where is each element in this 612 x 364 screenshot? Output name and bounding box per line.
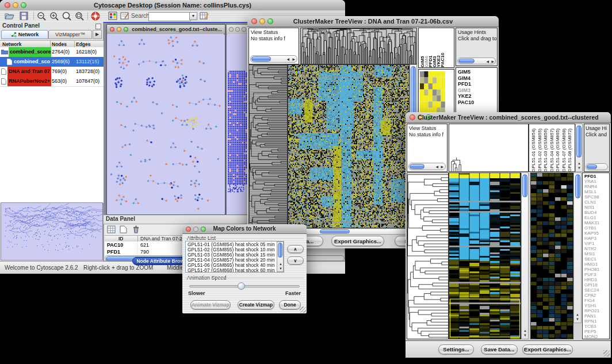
network-canvas-2[interactable] xyxy=(227,34,248,213)
list-item[interactable]: YKE2 xyxy=(456,93,496,99)
list-item[interactable]: ELG1 xyxy=(583,215,609,220)
treeview2-titlebar[interactable]: ClusterMaker TreeView : combined_scores_… xyxy=(406,112,611,123)
scroll-left-icon[interactable]: ◀ xyxy=(435,165,438,168)
settings-button[interactable]: Settings... xyxy=(438,344,474,354)
list-item[interactable]: PFD1 xyxy=(456,81,496,87)
scrollbar-thumb[interactable] xyxy=(576,125,582,158)
list-item[interactable]: NIS1 xyxy=(583,205,609,210)
scrollbar-thumb[interactable] xyxy=(251,56,271,62)
new-attribute-button[interactable] xyxy=(120,225,127,236)
attribute-browser-button[interactable] xyxy=(200,12,209,23)
list-item[interactable]: HAP3 xyxy=(583,236,609,241)
list-item[interactable]: GPI16 xyxy=(583,282,609,288)
annotation-button[interactable] xyxy=(120,12,129,22)
treeview1-row-dendrogram[interactable] xyxy=(248,64,288,228)
list-item[interactable]: BUD4 xyxy=(583,210,609,215)
list-item[interactable]: GPL51-03 (GSM856) heat shock 15 min xyxy=(186,252,276,258)
scrollbar-thumb[interactable] xyxy=(410,164,424,169)
attribute-list-vscrollbar[interactable]: ▲ ▼ xyxy=(277,242,284,272)
scroll-up-icon[interactable]: ▲ xyxy=(523,329,527,332)
scroll-left-icon[interactable]: ◀ xyxy=(286,58,289,61)
network-view-titlebar[interactable]: combined_scores_good.txt--cluste... xyxy=(107,25,225,35)
list-item[interactable]: CLN1 xyxy=(583,200,609,205)
treeview1-heatmap[interactable] xyxy=(288,64,410,228)
list-item[interactable]: SEC1 xyxy=(583,256,609,262)
minimize-icon[interactable] xyxy=(235,27,240,32)
table-row[interactable]: combined_sco 2569(6) 13112(15) xyxy=(0,57,104,67)
animate-vizmap-button[interactable]: Animate Vizmap xyxy=(190,300,231,309)
list-item[interactable]: RNR4 xyxy=(583,184,609,189)
list-item[interactable]: RPO21 xyxy=(583,308,609,313)
export-graphics-button[interactable]: Export Graphics... xyxy=(522,344,573,354)
close-icon[interactable] xyxy=(110,27,114,32)
search-input[interactable] xyxy=(148,12,191,21)
treeview2-column-dendrogram[interactable] xyxy=(449,124,529,172)
slider-thumb[interactable] xyxy=(238,282,245,290)
help-button[interactable] xyxy=(91,12,100,23)
list-item[interactable]: GPL51-04 (GSM857) heat shock 20 min xyxy=(186,258,276,263)
list-item[interactable]: GPL51-01 (GSM854) heat shock 05 min xyxy=(186,242,276,247)
treeview2-row-dendrogram[interactable] xyxy=(407,173,449,339)
usage-hints-hscrollbar[interactable] xyxy=(586,163,608,170)
move-up-button[interactable]: ∧ xyxy=(287,245,304,253)
treeview2-labels-vscrollbar[interactable]: ▲ ▼ xyxy=(575,124,583,172)
tab-overflow-button[interactable]: ▶ xyxy=(93,30,102,39)
create-vizmap-button[interactable]: Create Vizmap xyxy=(238,300,274,309)
list-item[interactable]: GTB1 xyxy=(583,225,609,231)
main-titlebar[interactable]: Cytoscape Desktop (Session Name: collins… xyxy=(0,0,345,11)
zoom-icon[interactable] xyxy=(124,27,128,32)
select-attributes-button[interactable] xyxy=(107,225,116,236)
scroll-up-icon[interactable]: ▲ xyxy=(279,262,282,266)
treeview1-titlebar[interactable]: ClusterMaker TreeView : DNA and Tran 07-… xyxy=(247,16,499,27)
list-item[interactable]: GPL51-06 (GSM865) heat shock 40 min xyxy=(186,263,276,268)
list-item[interactable]: PAN1 xyxy=(583,313,609,319)
dialog-titlebar[interactable]: Map Colors to Network xyxy=(182,224,307,234)
minimize-icon[interactable] xyxy=(117,27,121,32)
treeview2-global-heatmap[interactable] xyxy=(530,173,573,339)
scroll-down-icon[interactable]: ▼ xyxy=(577,166,581,170)
scroll-down-icon[interactable]: ▼ xyxy=(576,317,579,321)
mini-heatmap-canvas[interactable] xyxy=(420,71,445,114)
list-item[interactable]: GPL51-02 (GSM855) heat shock 10 min xyxy=(186,247,276,252)
zoom-icon[interactable] xyxy=(242,27,246,32)
scroll-up-icon[interactable]: ▲ xyxy=(577,162,581,165)
scroll-right-icon[interactable]: ▶ xyxy=(292,58,295,61)
vizmapper-palette-button[interactable] xyxy=(108,12,117,22)
delete-attribute-button[interactable] xyxy=(132,225,140,236)
treeview2-genelist-vscrollbar[interactable]: ▲ ▼ xyxy=(573,173,582,323)
scroll-down-icon[interactable]: ▼ xyxy=(279,267,282,270)
list-item[interactable]: YRA1 xyxy=(583,179,609,184)
network-overview-panel[interactable] xyxy=(1,202,103,260)
list-item[interactable]: PAC10 xyxy=(456,99,496,106)
scroll-right-icon[interactable]: ▶ xyxy=(441,165,443,168)
search-dropdown-button[interactable]: ▼ xyxy=(189,12,197,20)
list-item[interactable]: KAP95 xyxy=(583,231,609,236)
list-item[interactable]: SPC98 xyxy=(583,194,609,200)
list-item[interactable]: HRD3 xyxy=(583,277,609,282)
done-button[interactable]: Done xyxy=(279,300,301,309)
list-item[interactable]: RPN1 xyxy=(583,319,609,324)
list-item[interactable]: GIM3 xyxy=(456,87,496,94)
scrollbar-thumb[interactable] xyxy=(278,243,282,258)
list-item[interactable]: GIM4 xyxy=(456,75,496,82)
list-item[interactable]: PFD1 xyxy=(583,174,609,179)
treeview1-column-dendrogram[interactable] xyxy=(300,28,417,64)
list-item[interactable]: MSL1 xyxy=(583,189,609,194)
scroll-right-icon[interactable]: ▶ xyxy=(491,60,494,63)
network-overview-canvas[interactable] xyxy=(1,203,102,260)
float-panel-icon[interactable] xyxy=(95,24,101,29)
open-file-button[interactable] xyxy=(5,12,14,22)
view-status-hscrollbar[interactable]: ◀ ▶ xyxy=(250,55,297,63)
table-row[interactable]: RNAPuberNov2+ 563(0) 107847(0) xyxy=(0,76,104,86)
list-item[interactable]: CPA2 xyxy=(583,293,609,298)
scrollbar-thumb[interactable] xyxy=(587,164,597,169)
save-button[interactable] xyxy=(20,12,28,22)
scroll-up-icon[interactable]: ▲ xyxy=(576,313,579,316)
usage-hints-hscrollbar[interactable]: ◀ ▶ xyxy=(457,58,496,64)
list-item[interactable]: MAK31 xyxy=(583,220,609,225)
resize-grip[interactable] xyxy=(603,350,610,357)
list-item[interactable]: PUF3 xyxy=(583,272,609,277)
zoom-fit-button[interactable] xyxy=(62,12,72,23)
move-down-button[interactable]: ∨ xyxy=(287,256,304,265)
list-item[interactable]: FIG4 xyxy=(583,298,609,303)
